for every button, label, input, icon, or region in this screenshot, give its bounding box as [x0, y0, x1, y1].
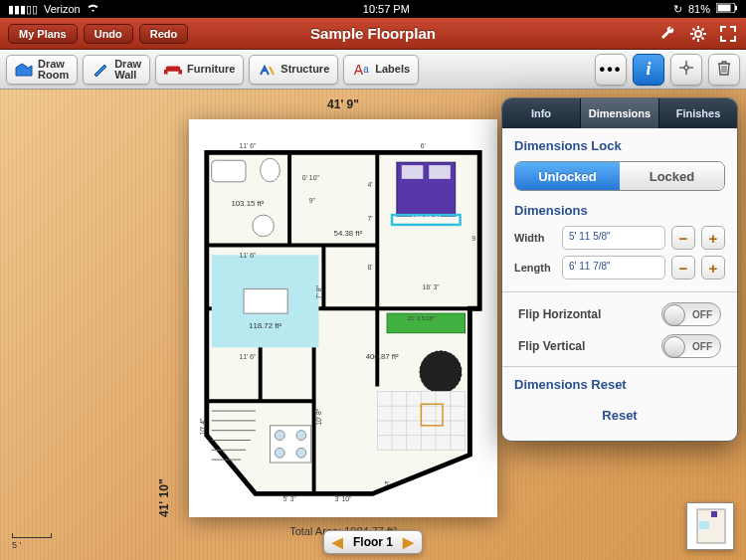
signal-icon: ▮▮▮▯▯: [8, 3, 38, 16]
svg-text:21' 3 5/18": 21' 3 5/18": [408, 315, 436, 321]
svg-point-3: [695, 31, 701, 37]
furniture-label: Furniture: [187, 64, 235, 75]
svg-text:5': 5': [385, 480, 390, 487]
length-decrement[interactable]: −: [671, 256, 695, 280]
more-button[interactable]: •••: [595, 54, 627, 86]
svg-text:4': 4': [368, 181, 373, 188]
trash-icon: [717, 60, 731, 80]
draw-wall-button[interactable]: Draw Wall: [83, 55, 150, 85]
svg-rect-5: [164, 70, 168, 75]
svg-rect-9: [212, 160, 246, 182]
carrier-label: Verizon: [44, 3, 81, 15]
furniture-button[interactable]: Furniture: [155, 55, 244, 85]
svg-rect-6: [178, 70, 182, 75]
svg-text:3' 10": 3' 10": [334, 495, 352, 502]
svg-text:10' 8": 10' 8": [315, 408, 322, 426]
width-decrement[interactable]: −: [671, 226, 695, 250]
svg-text:11' 6": 11' 6": [239, 142, 257, 149]
wall-icon: [92, 62, 109, 78]
my-plans-button[interactable]: My Plans: [8, 24, 78, 44]
svg-text:8': 8': [368, 264, 373, 271]
length-increment[interactable]: +: [701, 256, 725, 280]
width-input[interactable]: 5' 11 5/8": [562, 226, 665, 250]
clock: 10:57 PM: [363, 3, 410, 15]
width-label: Width: [514, 232, 556, 244]
status-bar: ▮▮▮▯▯ Verizon 10:57 PM ↻ 81%: [0, 0, 746, 18]
minimap[interactable]: [686, 502, 734, 550]
labels-button[interactable]: Aa Labels: [343, 55, 419, 85]
scale-indicator: 5 ': [12, 533, 52, 550]
tab-finishes[interactable]: Finishes: [659, 98, 737, 128]
tab-info[interactable]: Info: [502, 98, 581, 128]
snap-button[interactable]: [670, 54, 702, 86]
labels-label: Labels: [375, 64, 410, 75]
svg-point-7: [683, 65, 689, 71]
svg-text:16' 3": 16' 3": [423, 283, 441, 290]
width-increment[interactable]: +: [701, 226, 725, 250]
draw-room-button[interactable]: Draw Room: [6, 55, 78, 85]
floorplan-document[interactable]: 41' 9" 41' 10": [189, 119, 497, 517]
next-floor-button[interactable]: ▶: [403, 534, 414, 550]
undo-button[interactable]: Undo: [84, 24, 133, 44]
svg-rect-4: [166, 66, 180, 71]
svg-text:103.15 ft²: 103.15 ft²: [231, 199, 264, 208]
svg-text:11' 6": 11' 6": [239, 252, 257, 259]
prev-floor-button[interactable]: ◀: [332, 534, 343, 550]
svg-text:10' 4": 10' 4": [199, 418, 206, 436]
svg-text:11' 6": 11' 6": [239, 353, 257, 360]
ellipsis-icon: •••: [600, 61, 623, 79]
flip-vertical-toggle[interactable]: OFF: [661, 334, 721, 358]
svg-text:5' 3": 5' 3": [282, 495, 296, 502]
svg-text:180.99 ft²: 180.99 ft²: [412, 215, 442, 222]
floorplan-drawing[interactable]: 103.15 ft² 54.38 ft² 180.99 ft² 118.72 f…: [197, 127, 489, 509]
dimensions-lock-heading: Dimensions Lock: [514, 138, 725, 153]
svg-rect-52: [699, 521, 709, 529]
svg-text:7' 8": 7' 8": [315, 285, 322, 299]
dimensions-heading: Dimensions: [514, 203, 725, 218]
svg-text:54.38 ft²: 54.38 ft²: [334, 229, 363, 238]
labels-icon: Aa: [352, 62, 370, 78]
battery-icon: [716, 3, 738, 15]
structure-icon: [258, 62, 276, 78]
svg-text:406.87 ft²: 406.87 ft²: [366, 352, 399, 361]
toolbar: Draw Room Draw Wall Furniture Structure …: [0, 50, 746, 90]
locked-button[interactable]: Locked: [620, 162, 724, 190]
flip-horizontal-label: Flip Horizontal: [518, 307, 601, 321]
floor-label: Floor 1: [353, 535, 393, 549]
gear-icon[interactable]: [688, 24, 708, 44]
lock-segmented-control: Unlocked Locked: [514, 161, 725, 191]
battery-label: 81%: [688, 3, 710, 15]
flip-horizontal-toggle[interactable]: OFF: [661, 302, 721, 326]
svg-point-24: [275, 448, 284, 458]
svg-text:0' 10": 0' 10": [302, 174, 320, 181]
length-label: Length: [514, 262, 556, 274]
draw-room-label: Draw Room: [38, 59, 69, 81]
unlocked-button[interactable]: Unlocked: [515, 162, 620, 190]
svg-rect-1: [717, 5, 730, 12]
flip-vertical-label: Flip Vertical: [518, 339, 585, 353]
tab-dimensions[interactable]: Dimensions: [581, 98, 659, 128]
svg-point-25: [296, 448, 306, 458]
info-icon: i: [646, 59, 651, 80]
svg-rect-2: [735, 6, 737, 10]
draw-wall-label: Draw Wall: [114, 59, 141, 81]
svg-point-10: [261, 158, 280, 182]
svg-rect-21: [271, 426, 311, 463]
redo-button[interactable]: Redo: [139, 24, 189, 44]
structure-button[interactable]: Structure: [249, 55, 338, 85]
properties-popover: Info Dimensions Finishes Dimensions Lock…: [501, 97, 738, 442]
svg-text:7': 7': [368, 215, 373, 222]
svg-rect-17: [244, 289, 287, 314]
svg-text:9: 9: [471, 235, 475, 242]
expand-icon[interactable]: [718, 24, 738, 44]
info-button[interactable]: i: [633, 54, 664, 86]
length-input[interactable]: 6' 11 7/8": [562, 256, 665, 280]
svg-point-11: [253, 215, 275, 237]
svg-text:118.72 ft²: 118.72 ft²: [249, 321, 281, 330]
reset-button[interactable]: Reset: [514, 400, 725, 431]
dimension-height: 41' 10": [157, 119, 171, 517]
room-icon: [15, 62, 33, 78]
delete-button[interactable]: [708, 54, 740, 86]
wifi-icon: [87, 3, 99, 15]
wrench-icon[interactable]: [658, 24, 678, 44]
